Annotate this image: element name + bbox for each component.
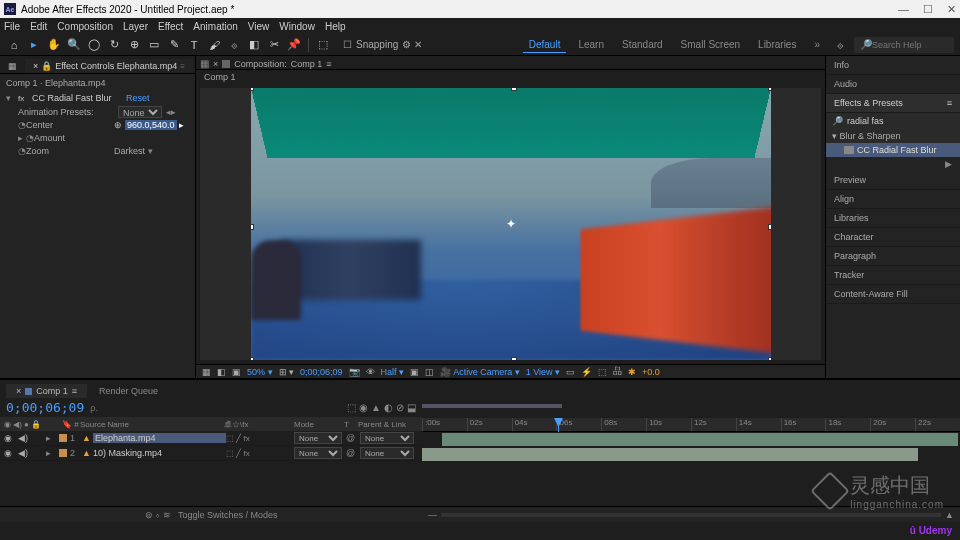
workspace-standard[interactable]: Standard [616, 37, 669, 52]
effect-category[interactable]: ▾ Blur & Sharpen [826, 129, 960, 143]
transform-handle[interactable] [251, 357, 254, 360]
home-button[interactable]: ⌂ [6, 37, 22, 53]
transform-handle[interactable] [251, 224, 254, 230]
hand-tool[interactable]: ✋ [46, 37, 62, 53]
pixel-aspect-icon[interactable]: ▭ [566, 367, 575, 377]
current-timecode[interactable]: 0;00;06;09 [6, 400, 84, 415]
timeline-tab-comp[interactable]: × Comp 1 ≡ [6, 384, 87, 398]
project-mini-icon[interactable]: ▦ [200, 58, 209, 69]
panel-align[interactable]: Align [826, 190, 960, 209]
effect-name[interactable]: CC Radial Fast Blur [32, 93, 122, 103]
workspace-smallscreen[interactable]: Small Screen [675, 37, 746, 52]
layer-switches[interactable]: ⬚ ╱ fx [226, 434, 294, 443]
roi-icon[interactable]: ▣ [410, 367, 419, 377]
layer-twirl[interactable]: ▸ [46, 433, 56, 443]
eraser-tool[interactable]: ◧ [246, 37, 262, 53]
tl-icon[interactable]: ◉ [359, 402, 368, 413]
time-ruler[interactable]: :00s 02s 04s 06s 08s 10s 12s 14s 16s 18s… [422, 418, 960, 432]
type-tool[interactable]: T [186, 37, 202, 53]
composition-viewer[interactable]: ✦ [200, 88, 821, 360]
anchor-tool[interactable]: ⊕ [126, 37, 142, 53]
menu-help[interactable]: Help [325, 21, 346, 32]
panel-character[interactable]: Character [826, 228, 960, 247]
fast-preview-icon[interactable]: ⚡ [581, 367, 592, 377]
view-layout-select[interactable]: 1 View ▾ [526, 367, 560, 377]
layer-twirl[interactable]: ▸ [46, 448, 56, 458]
orbit-tool[interactable]: ◯ [86, 37, 102, 53]
panel-menu-icon[interactable]: ≡ [947, 98, 952, 108]
work-area-bar[interactable] [422, 404, 562, 408]
menu-animation[interactable]: Animation [193, 21, 237, 32]
layer-row[interactable]: ◉ ◀) ▸ 2 ▲ 10) Masking.mp4 ⬚ ╱ fx None @… [0, 446, 422, 461]
composition-tab[interactable]: × Composition: Comp 1 ≡ [213, 59, 332, 69]
tl-icon[interactable]: ⊘ [396, 402, 404, 413]
viewer-alpha-icon[interactable]: ◧ [217, 367, 226, 377]
minimize-button[interactable]: — [898, 3, 909, 16]
keyframe-stopwatch[interactable]: ◔ [18, 120, 26, 130]
layer-switches[interactable]: ⬚ ╱ fx [226, 449, 294, 458]
panel-preview[interactable]: Preview [826, 171, 960, 190]
chevron-down-icon[interactable]: ▾ [148, 146, 153, 156]
viewer-grid-icon[interactable]: ▦ [202, 367, 211, 377]
effects-search[interactable]: 🔎 ✕ [826, 113, 960, 129]
flowchart-breadcrumb[interactable]: Comp 1 [196, 70, 825, 84]
project-tab-stub[interactable]: ▦ [0, 59, 25, 73]
exposure-value[interactable]: +0.0 [642, 367, 660, 377]
workspace-more[interactable]: » [808, 37, 826, 52]
prop-center-value[interactable]: 960.0,540.0 [125, 120, 177, 130]
animation-presets-select[interactable]: None [118, 106, 162, 118]
tl-icon[interactable]: ▲ [371, 402, 381, 413]
transform-handle[interactable] [511, 357, 517, 360]
snapshot-icon[interactable]: 📷 [349, 367, 360, 377]
close-button[interactable]: ✕ [947, 3, 956, 16]
layer-duration-bar[interactable] [422, 448, 918, 461]
magnification-select[interactable]: 50% ▾ [247, 367, 273, 377]
selection-tool[interactable]: ▸ [26, 37, 42, 53]
effect-reset[interactable]: Reset [126, 93, 150, 103]
layer-name[interactable]: Elephanta.mp4 [93, 433, 226, 443]
blend-mode-select[interactable]: None [294, 432, 342, 444]
effect-fx-toggle[interactable]: fx [18, 94, 28, 103]
camera-select[interactable]: 🎥 Active Camera ▾ [440, 367, 520, 377]
toggle-switches-button[interactable]: Toggle Switches / Modes [178, 510, 278, 520]
panel-tracker[interactable]: Tracker [826, 266, 960, 285]
parent-select[interactable]: None [360, 447, 414, 459]
menu-window[interactable]: Window [279, 21, 315, 32]
tl-icon[interactable]: ⬚ [347, 402, 356, 413]
viewer-res-icon[interactable]: ⊞ ▾ [279, 367, 295, 377]
zoom-out-icon[interactable]: — [428, 510, 437, 520]
menu-view[interactable]: View [248, 21, 270, 32]
panel-libraries[interactable]: Libraries [826, 209, 960, 228]
zoom-tool[interactable]: 🔍 [66, 37, 82, 53]
panel-audio[interactable]: Audio [826, 75, 960, 94]
workspace-libraries[interactable]: Libraries [752, 37, 802, 52]
workspace-learn[interactable]: Learn [572, 37, 610, 52]
maximize-button[interactable]: ☐ [923, 3, 933, 16]
point-picker-icon[interactable]: ⊕ [114, 120, 122, 130]
transparency-icon[interactable]: ◫ [425, 367, 434, 377]
resolution-select[interactable]: Half ▾ [381, 367, 405, 377]
composition-canvas[interactable]: ✦ [251, 88, 771, 360]
layer-label-color[interactable] [59, 449, 67, 457]
timeline-search[interactable] [90, 403, 140, 413]
keyframe-stopwatch[interactable]: ◔ [26, 133, 34, 143]
sync-icon[interactable]: ⟐ [832, 37, 848, 53]
panel-effects-presets[interactable]: Effects & Presets≡ [826, 94, 960, 113]
panel-info[interactable]: Info [826, 56, 960, 75]
apply-animation-icon[interactable]: ▶ [826, 157, 960, 171]
local-axis-icon[interactable]: ⬚ [315, 37, 331, 53]
flowchart-icon[interactable]: 品 [613, 365, 622, 378]
timeline-track-area[interactable] [422, 432, 960, 482]
pen-tool[interactable]: ✎ [166, 37, 182, 53]
puppet-tool[interactable]: 📌 [286, 37, 302, 53]
tl-icon[interactable]: ◐ [384, 402, 393, 413]
menu-file[interactable]: File [4, 21, 20, 32]
show-snapshot-icon[interactable]: 👁 [366, 367, 375, 377]
rotate-tool[interactable]: ↻ [106, 37, 122, 53]
zoom-in-icon[interactable]: ▲ [945, 510, 954, 520]
layer-duration-bar[interactable] [442, 433, 958, 446]
effects-search-input[interactable] [847, 116, 959, 126]
menu-layer[interactable]: Layer [123, 21, 148, 32]
transform-handle[interactable] [511, 88, 517, 91]
layer-label-color[interactable] [59, 434, 67, 442]
